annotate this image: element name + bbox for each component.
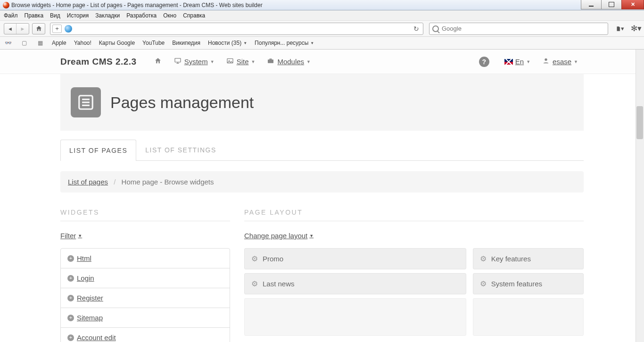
- content-columns: WIDGETS Filter ▼ + Html + Login +: [60, 209, 584, 342]
- browser-toolbar: ◄ ► + ↻ ▾ ✻▾: [0, 21, 644, 37]
- gear-icon: ⚙: [251, 279, 258, 288]
- tab-list-of-settings[interactable]: LIST OF SETTINGS: [136, 139, 225, 160]
- filter-label: Filter: [60, 232, 76, 240]
- scrollbar-track[interactable]: [636, 50, 644, 342]
- nav-modules-label: Modules: [277, 58, 304, 66]
- layout-dropzone[interactable]: [473, 298, 584, 336]
- briefcase-icon: [266, 57, 275, 67]
- layout-block-key-features[interactable]: ⚙ Key features: [473, 248, 584, 269]
- close-button[interactable]: [621, 0, 644, 9]
- browser-viewport: Dream CMS 2.2.3 System ▼ Site ▼: [0, 50, 644, 342]
- page-title: Pages management: [110, 93, 254, 112]
- user-menu[interactable]: esase ▼: [536, 54, 584, 69]
- window-controls: [581, 0, 644, 10]
- page-icon: [616, 25, 621, 33]
- nav-buttons: ◄ ►: [4, 23, 29, 34]
- layout-block-system-features[interactable]: ⚙ System features: [473, 273, 584, 294]
- nav-system[interactable]: System ▼: [168, 54, 220, 69]
- caret-icon: ▼: [526, 59, 530, 64]
- scrollbar-thumb[interactable]: [636, 106, 643, 139]
- url-bar[interactable]: + ↻: [50, 23, 423, 35]
- layout-header: PAGE LAYOUT: [244, 209, 584, 221]
- widget-item-register[interactable]: + Register: [61, 288, 230, 308]
- layout-block-last-news[interactable]: ⚙ Last news: [244, 273, 466, 294]
- page-action-button[interactable]: ▾: [616, 25, 624, 33]
- page-hero: Pages management: [60, 74, 584, 131]
- breadcrumb-root[interactable]: List of pages: [68, 178, 108, 186]
- bookmark-icon[interactable]: ▢: [20, 40, 28, 46]
- filter-dropdown[interactable]: Filter ▼: [60, 232, 82, 240]
- widget-item-account-edit[interactable]: + Account edit: [61, 327, 230, 342]
- caret-icon: ▼: [210, 59, 215, 64]
- bookmark-yahoo[interactable]: Yahoo!: [74, 40, 91, 46]
- caret-icon: ▼: [251, 59, 255, 64]
- widget-label: Html: [77, 254, 91, 262]
- maximize-button[interactable]: [601, 0, 622, 9]
- menu-edit[interactable]: Правка: [25, 12, 44, 19]
- bookmark-wikipedia[interactable]: Википедия: [172, 40, 200, 46]
- caret-icon: ▼: [78, 234, 82, 238]
- add-icon: +: [67, 255, 74, 262]
- breadcrumb-current: Home page - Browse widgets: [122, 178, 214, 186]
- bookmark-popular[interactable]: Популярн... ресурсы ▼: [255, 40, 314, 46]
- home-button[interactable]: [32, 23, 45, 34]
- menu-view[interactable]: Вид: [50, 12, 60, 19]
- breadcrumb-separator: /: [114, 178, 116, 186]
- url-input[interactable]: [74, 23, 412, 34]
- bookmark-gmaps[interactable]: Карты Google: [99, 40, 135, 46]
- new-tab-button[interactable]: +: [52, 25, 62, 33]
- window-title: Browse widgets - Home page - List of pag…: [11, 2, 263, 8]
- cms-navbar: Dream CMS 2.2.3 System ▼ Site ▼: [0, 50, 644, 74]
- caret-icon: ▼: [574, 59, 578, 64]
- layout-block-promo[interactable]: ⚙ Promo: [244, 248, 466, 269]
- nav-system-label: System: [184, 58, 208, 66]
- bookmark-news[interactable]: Новости (35) ▼: [208, 40, 247, 46]
- layout-main-col: ⚙ Promo ⚙ Last news: [244, 248, 466, 336]
- nav-home[interactable]: [148, 54, 168, 69]
- forward-button[interactable]: ►: [17, 24, 29, 34]
- nav-site[interactable]: Site ▼: [220, 54, 261, 69]
- user-icon: [542, 57, 550, 67]
- tab-list-of-pages[interactable]: LIST OF PAGES: [60, 140, 136, 161]
- settings-gear-button[interactable]: ✻▾: [632, 25, 640, 33]
- minimize-button[interactable]: [581, 0, 602, 9]
- apps-icon[interactable]: ▦: [36, 40, 44, 46]
- widgets-header: WIDGETS: [60, 209, 230, 221]
- firefox-icon: [3, 2, 9, 8]
- widget-item-sitemap[interactable]: + Sitemap: [61, 308, 230, 327]
- help-button[interactable]: ?: [479, 57, 489, 67]
- menu-file[interactable]: Файл: [4, 12, 18, 19]
- bookmark-youtube[interactable]: YouTube: [142, 40, 165, 46]
- globe-icon: [65, 25, 72, 33]
- search-input[interactable]: [442, 25, 605, 32]
- layout-dropzone[interactable]: [244, 298, 466, 336]
- browser-menubar: Файл Правка Вид История Закладки Разрабо…: [0, 10, 644, 21]
- widget-item-html[interactable]: + Html: [61, 249, 230, 268]
- brand[interactable]: Dream CMS 2.2.3: [60, 57, 137, 67]
- nav-modules[interactable]: Modules ▼: [261, 54, 316, 69]
- change-layout-dropdown[interactable]: Change page layout ▼: [244, 232, 314, 240]
- bookmarks-bar: 👓 ▢ ▦ Apple Yahoo! Карты Google YouTube …: [0, 37, 644, 50]
- back-button[interactable]: ◄: [4, 24, 17, 34]
- lang-switcher[interactable]: En ▼: [499, 55, 536, 68]
- menu-bookmarks[interactable]: Закладки: [95, 12, 120, 19]
- search-bar[interactable]: [429, 23, 608, 35]
- bookmark-apple[interactable]: Apple: [52, 40, 66, 46]
- gear-icon: ⚙: [480, 254, 487, 263]
- glasses-icon[interactable]: 👓: [4, 40, 12, 46]
- menu-develop[interactable]: Разработка: [126, 12, 157, 19]
- menu-history[interactable]: История: [67, 12, 89, 19]
- monitor-icon: [173, 57, 182, 67]
- window-titlebar: Browse widgets - Home page - List of pag…: [0, 0, 644, 10]
- home-icon: [35, 25, 42, 32]
- menu-window[interactable]: Окно: [163, 12, 176, 19]
- menu-help[interactable]: Справка: [183, 12, 205, 19]
- widget-label: Login: [77, 274, 94, 282]
- nav-site-label: Site: [237, 58, 249, 66]
- widget-item-login[interactable]: + Login: [61, 268, 230, 288]
- gear-icon: ⚙: [480, 279, 487, 288]
- widgets-column: WIDGETS Filter ▼ + Html + Login +: [60, 209, 230, 342]
- tabs: LIST OF PAGES LIST OF SETTINGS: [60, 139, 584, 161]
- add-icon: +: [67, 295, 74, 301]
- reload-button[interactable]: ↻: [412, 25, 421, 33]
